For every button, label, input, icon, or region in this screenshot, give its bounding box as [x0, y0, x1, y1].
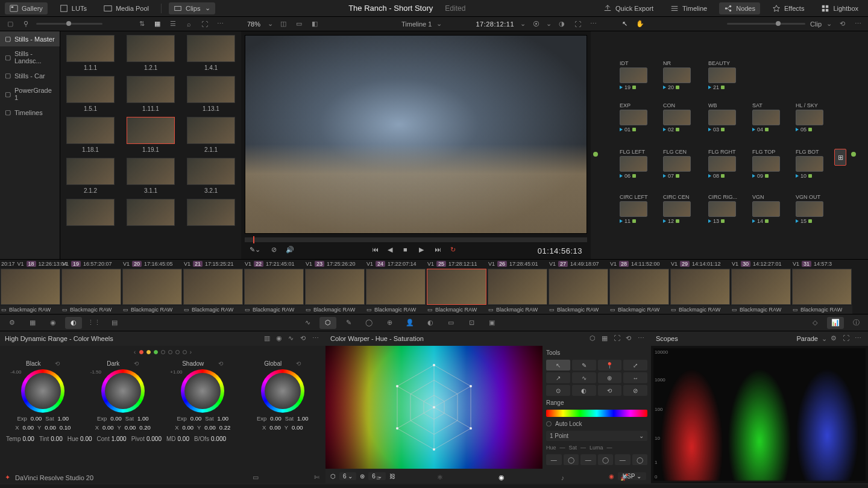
node[interactable]: FLG BOT10	[796, 149, 823, 179]
hdr-wheels-icon[interactable]: ◐	[65, 317, 82, 329]
timeline-clip[interactable]: V13114:57:3▭Blackmagic RAW	[791, 260, 852, 314]
timeline-clip[interactable]: V13014:12:27:01▭Blackmagic RAW	[731, 260, 791, 314]
luts-tab[interactable]: LUTs	[55, 2, 92, 14]
magic-mask-icon[interactable]: 👤	[401, 317, 418, 329]
warper-more-icon[interactable]: ⋯	[638, 334, 646, 343]
more3-icon[interactable]: ⋯	[852, 19, 863, 30]
info-icon[interactable]: ⓘ	[848, 317, 864, 329]
global-param[interactable]: MD0.00	[166, 436, 189, 442]
timeline-selector[interactable]: Timeline 1	[401, 20, 432, 28]
timeline-clip[interactable]: V12617:28:45:01▭Blackmagic RAW	[487, 260, 548, 314]
global-param[interactable]: Cont1.000	[97, 436, 127, 442]
tool-draw[interactable]: ✎	[572, 360, 596, 371]
ax-a[interactable]: —	[546, 454, 562, 465]
compound-node[interactable]: ⊞	[834, 149, 846, 166]
autolock-check[interactable]: Auto Lock	[546, 421, 647, 427]
reset-icon[interactable]: ⟲	[134, 360, 139, 367]
quickexport-button[interactable]: Quick Export	[599, 2, 658, 14]
reset-wheels-icon[interactable]: ⟲	[300, 334, 309, 343]
camera-raw-icon[interactable]: ⚙	[4, 317, 20, 329]
still-thumb[interactable]: 2.1.1	[184, 117, 237, 153]
effects-toggle[interactable]: Effects	[767, 2, 809, 14]
color-manage-icon[interactable]: ◑	[556, 19, 567, 30]
clips-tab[interactable]: Clips⌄	[169, 2, 215, 14]
warper-reset-icon[interactable]: ⟲	[626, 334, 634, 343]
still-thumb[interactable]: 1.13.1	[184, 76, 237, 112]
still-thumb[interactable]: 1.18.1	[64, 117, 117, 153]
node[interactable]: CIRC RIG...13	[708, 194, 736, 224]
tool-pin[interactable]: 📍	[598, 360, 622, 371]
gallery-zoom-slider[interactable]	[36, 23, 102, 25]
page-color-icon[interactable]: ◉	[494, 472, 509, 483]
album-item[interactable]: ▢Timelines	[0, 105, 60, 120]
picker-icon[interactable]: ✎⌄	[250, 246, 259, 255]
timeline-clip[interactable]: V12417:22:07:14▭Blackmagic RAW	[365, 260, 426, 314]
key-icon[interactable]: ▭	[442, 317, 459, 329]
global-param[interactable]: Pivot0.000	[131, 436, 162, 442]
node[interactable]: HL / SKY05	[796, 102, 823, 133]
sat-res-icon[interactable]: ⊛	[360, 473, 365, 480]
qualifier-icon[interactable]: ✎	[340, 317, 357, 329]
more-wheels-icon[interactable]: ⋯	[312, 334, 321, 343]
page-edit-icon[interactable]: ≡	[371, 472, 386, 483]
tracker-icon[interactable]: ⊕	[381, 317, 398, 329]
zone-dots[interactable]: ‹ ›	[134, 348, 192, 355]
timeline-clip[interactable]: V12217:21:45:01▭Blackmagic RAW	[244, 260, 304, 314]
search-icon[interactable]: ⌕	[183, 19, 194, 30]
warper-expand-icon[interactable]: ⛶	[614, 334, 622, 343]
ax-b[interactable]: ◯	[564, 454, 579, 465]
wheel-mode-icon[interactable]: ◉	[276, 334, 285, 343]
page-fairlight-icon[interactable]: ♪	[555, 472, 571, 483]
node-input[interactable]	[593, 152, 598, 157]
sidebar-toggle-icon[interactable]: ▢	[5, 19, 16, 30]
color-wheel[interactable]: Global⟲Exp0.00Sat1.00X0.00Y0.00	[247, 360, 319, 431]
tool-b[interactable]: ◐	[572, 385, 596, 396]
more-icon[interactable]: ⋯	[215, 19, 225, 30]
color-wheel[interactable]: Shadow⟲+1.00Exp0.00Sat1.00X0.00Y0.000.22	[166, 360, 239, 431]
timeline-clip[interactable]: 20:17V11812:26:13:04▭Blackmagic RAW	[0, 260, 61, 314]
node[interactable]: FLG TOP09	[752, 149, 780, 179]
tool-c[interactable]: ⟲	[598, 385, 622, 396]
page-media-icon[interactable]: ▭	[248, 472, 263, 483]
still-thumb[interactable]: 1.4.1	[184, 35, 237, 71]
timeline-clip[interactable]: V12517:28:12:11▭Blackmagic RAW	[426, 260, 487, 314]
range-bar[interactable]	[546, 410, 647, 417]
primaries-icon[interactable]: ◉	[45, 317, 61, 329]
hue-res[interactable]: 6 ⌄	[339, 472, 356, 480]
still-thumb[interactable]: 3.1.1	[124, 158, 177, 194]
ax-d[interactable]: ◯	[598, 454, 614, 465]
motion-icon[interactable]: ▤	[106, 317, 123, 329]
ax-f[interactable]: ◯	[632, 454, 648, 465]
viewer-image[interactable]	[245, 35, 587, 234]
hand-icon[interactable]: ✋	[635, 19, 646, 30]
tool-increase[interactable]: ⊕	[598, 372, 622, 383]
node[interactable]: VGN14	[752, 194, 780, 224]
tool-push[interactable]: ↗	[546, 372, 570, 383]
reset-icon[interactable]: ⟲	[218, 360, 223, 367]
node[interactable]: FLG LEFT06	[620, 149, 647, 179]
still-thumb[interactable]: 3.2.1	[184, 158, 237, 194]
tool-decrease[interactable]: ↔	[623, 372, 647, 383]
still-thumb[interactable]	[184, 199, 237, 226]
timeline-clip[interactable]: V12814:11:52:00▭Blackmagic RAW	[609, 260, 670, 314]
next-frame-icon[interactable]: ⏭	[435, 246, 444, 255]
album-item[interactable]: ▢PowerGrade 1	[0, 83, 60, 105]
tool-select[interactable]: ↖	[546, 360, 570, 371]
zone-icon[interactable]: ▥	[264, 334, 272, 343]
viewer-zoom[interactable]: 78%	[245, 20, 263, 28]
graph-icon[interactable]: ∿	[288, 334, 297, 343]
still-thumb[interactable]: 2.1.2	[64, 158, 117, 194]
mute-icon[interactable]: 🔊	[286, 246, 295, 255]
node[interactable]: VGN OUT15	[796, 194, 823, 224]
album-item[interactable]: ▢Stills - Landsc...	[0, 46, 60, 68]
scopes-mode[interactable]: Parade	[797, 335, 818, 342]
color-wheel[interactable]: Black⟲-4.00Exp0.00Sat1.00X0.00Y0.000.10	[7, 360, 79, 431]
more2-icon[interactable]: ⋯	[588, 19, 599, 30]
rgb-mixer-icon[interactable]: ⋮⋮	[86, 317, 102, 329]
keyframe-icon[interactable]: ◇	[807, 317, 823, 329]
node[interactable]: CIRC CEN12	[663, 194, 691, 224]
clip-strip[interactable]: 20:17V11812:26:13:04▭Blackmagic RAWV1191…	[0, 259, 868, 314]
viewer-timecode[interactable]: 17:28:12:11	[476, 20, 514, 28]
still-thumb[interactable]	[64, 199, 117, 226]
warper-icon[interactable]: ⬡	[319, 317, 336, 329]
